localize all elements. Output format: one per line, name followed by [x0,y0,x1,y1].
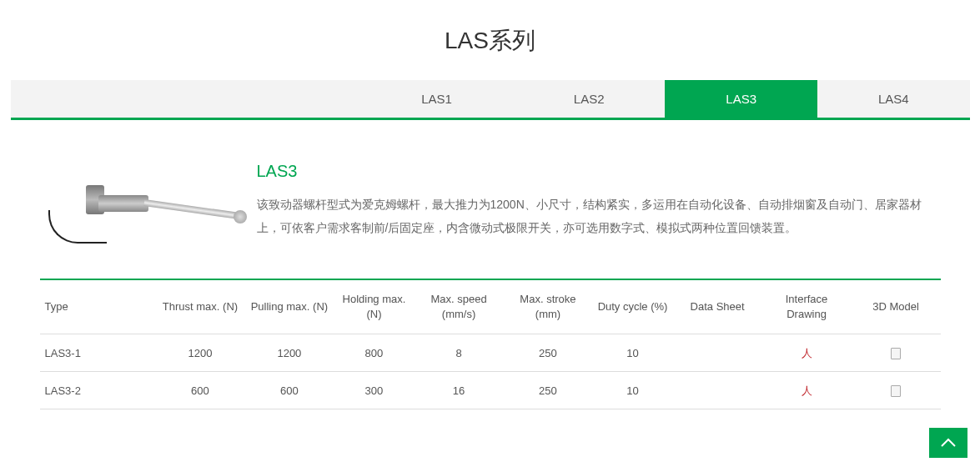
intro-text: LAS3 该致动器螺杆型式为爱克姆螺杆，最大推力为1200N、小尺寸，结构紧实，… [257,162,941,254]
col-datasheet: Data Sheet [673,279,762,334]
file-icon[interactable] [891,348,901,359]
cell-stroke: 250 [504,372,593,409]
cell-thrust: 1200 [156,334,245,372]
col-interface: Interface Drawing [762,279,852,334]
tab-las2[interactable]: LAS2 [513,80,666,118]
cell-interface[interactable]: 人 [762,372,852,409]
table-header-row: Type Thrust max. (N) Pulling max. (N) Ho… [40,279,941,334]
cell-pulling: 1200 [244,334,334,372]
chevron-up-icon [940,438,957,448]
content-area: LAS3 该致动器螺杆型式为爱克姆螺杆，最大推力为1200N、小尺寸，结构紧实，… [40,120,941,409]
col-duty: Duty cycle (%) [592,279,672,334]
col-pulling: Pulling max. (N) [244,279,334,334]
tab-spacer [11,80,361,118]
cell-datasheet [673,334,762,372]
table-row: LAS3-2 600 600 300 16 250 10 人 [40,372,941,409]
tab-las4[interactable]: LAS4 [817,80,970,118]
col-holding: Holding max. (N) [334,279,414,334]
col-speed: Max. speed (mm/s) [415,279,504,334]
tabs-container: LAS1 LAS2 LAS3 LAS4 [11,80,970,118]
cell-holding: 800 [334,334,414,372]
cell-datasheet [673,372,762,409]
cell-speed: 8 [415,334,504,372]
cell-duty: 10 [592,334,672,372]
col-3dmodel: 3D Model [852,279,941,334]
table-row: LAS3-1 1200 1200 800 8 250 10 人 [40,334,941,372]
tab-las1[interactable]: LAS1 [360,80,513,118]
col-type: Type [40,279,156,334]
tab-las3[interactable]: LAS3 [665,80,817,118]
cell-pulling: 600 [244,372,334,409]
cell-3dmodel[interactable] [852,334,941,372]
product-description: 该致动器螺杆型式为爱克姆螺杆，最大推力为1200N、小尺寸，结构紧实，多运用在自… [257,193,941,239]
spec-table: Type Thrust max. (N) Pulling max. (N) Ho… [40,279,941,409]
cell-interface[interactable]: 人 [762,334,852,372]
product-intro: LAS3 该致动器螺杆型式为爱克姆螺杆，最大推力为1200N、小尺寸，结构紧实，… [40,162,941,254]
page-title: LAS系列 [0,0,980,80]
product-image [40,162,232,254]
cell-stroke: 250 [504,334,593,372]
cell-holding: 300 [334,372,414,409]
pdf-icon[interactable]: 人 [801,384,812,395]
file-icon[interactable] [891,385,901,397]
product-name: LAS3 [257,162,941,181]
col-stroke: Max. stroke (mm) [504,279,593,334]
cell-type: LAS3-1 [40,334,156,372]
cell-thrust: 600 [156,372,245,409]
cell-duty: 10 [592,372,672,409]
cell-type: LAS3-2 [40,372,156,409]
col-thrust: Thrust max. (N) [156,279,245,334]
cell-3dmodel[interactable] [852,372,941,409]
back-to-top-button[interactable] [929,428,967,458]
cell-speed: 16 [415,372,504,409]
pdf-icon[interactable]: 人 [801,346,812,358]
